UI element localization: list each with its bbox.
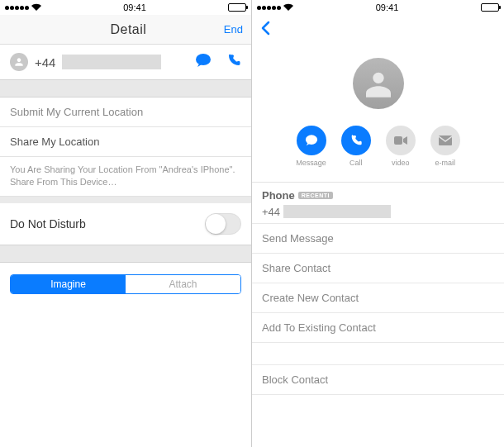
add-existing-button[interactable]: Add To Existing Contact: [252, 313, 504, 343]
video-circle-icon: [386, 126, 416, 155]
message-icon[interactable]: [195, 53, 212, 71]
message-circle-icon: [297, 126, 326, 155]
wifi-icon: [283, 3, 293, 12]
status-bar: 09:41: [252, 0, 504, 15]
segment-imagine[interactable]: Imagine: [11, 275, 126, 293]
avatar-icon: [10, 53, 28, 71]
send-message-button[interactable]: Send Message: [252, 223, 504, 254]
message-action[interactable]: Message: [296, 126, 326, 167]
recent-badge: RECENTI: [298, 192, 333, 199]
action-row: Message Call video e-mail: [252, 117, 504, 183]
nav-bar: Detail End: [0, 15, 251, 45]
dnd-toggle[interactable]: [205, 213, 241, 235]
segmented-control[interactable]: Imagine Attach: [10, 274, 241, 294]
email-action[interactable]: e-mail: [430, 126, 460, 167]
share-location-button[interactable]: Share My Location: [0, 127, 251, 157]
status-time: 09:41: [376, 2, 399, 12]
contact-screen: 09:41 Message Call: [252, 0, 504, 447]
submit-location-button[interactable]: Submit My Current Location: [0, 97, 251, 127]
status-bar: 09:41: [0, 0, 251, 15]
svg-point-1: [305, 135, 316, 145]
phone-prefix: +44: [262, 206, 280, 218]
email-circle-icon: [430, 126, 460, 155]
detail-screen: 09:41 Detail End +44 Submit My Current L…: [0, 0, 252, 447]
phone-prefix: +44: [35, 55, 55, 69]
create-contact-button[interactable]: Create New Contact: [252, 283, 504, 313]
segment-attach[interactable]: Attach: [126, 275, 240, 293]
redacted-number: [62, 55, 161, 69]
share-contact-button[interactable]: Share Contact: [252, 254, 504, 283]
phone-label: Phone: [262, 189, 295, 202]
call-action[interactable]: Call: [341, 126, 371, 167]
dnd-row: Do Not Disturb: [0, 203, 251, 245]
redacted-number: [283, 205, 391, 218]
end-button[interactable]: End: [224, 23, 243, 36]
phone-circle-icon: [341, 126, 371, 155]
nav-bar: [252, 15, 504, 45]
status-time: 09:41: [123, 2, 146, 12]
svg-point-0: [196, 54, 211, 65]
battery-icon: [481, 3, 499, 12]
svg-rect-2: [394, 136, 402, 145]
back-button[interactable]: [260, 21, 270, 40]
svg-rect-3: [439, 136, 452, 145]
signal-dots: [5, 6, 29, 10]
nav-title: Detail: [110, 22, 146, 37]
share-note: You Are Sharing Your Location From "Andr…: [0, 157, 251, 197]
wifi-icon: [31, 3, 41, 12]
contact-header: +44: [0, 45, 251, 79]
phone-section: Phone RECENTI +44: [252, 183, 504, 223]
avatar-large-icon: [353, 58, 404, 109]
battery-icon: [228, 3, 246, 12]
dnd-label: Do Not Disturb: [10, 217, 86, 231]
block-contact-button[interactable]: Block Contact: [252, 364, 504, 395]
video-action[interactable]: video: [386, 126, 416, 167]
signal-dots: [257, 6, 281, 10]
call-icon[interactable]: [226, 53, 241, 71]
